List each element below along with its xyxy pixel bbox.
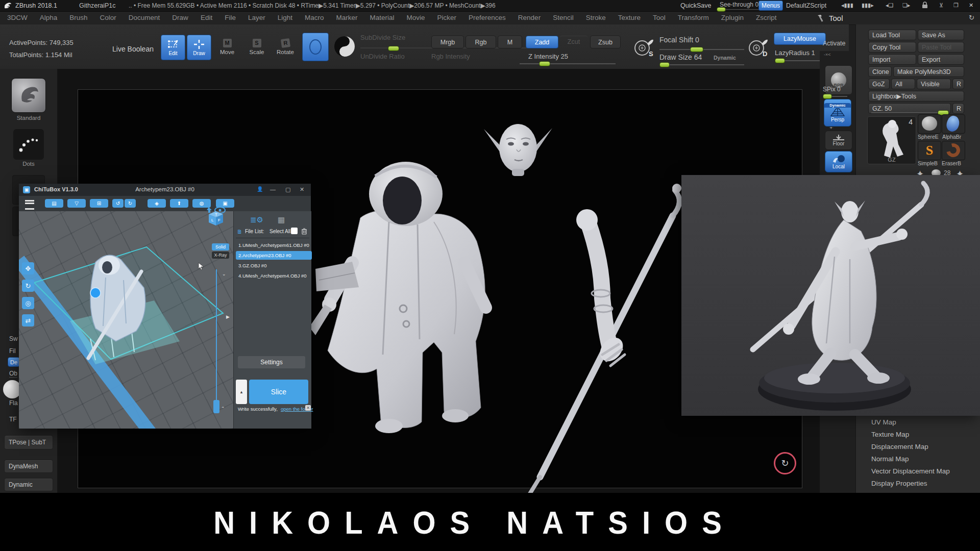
alphabrush-tool-thumbnail[interactable] [942,114,965,134]
see-through-handle[interactable] [717,7,726,12]
menu-alpha[interactable]: Alpha [40,14,58,21]
zsub-button[interactable]: Zsub [590,36,621,48]
close-window-icon[interactable]: ✕ [969,2,973,9]
move-button[interactable]: M Move [215,38,239,55]
tpose-subt-button[interactable]: TPose | SubT [4,435,53,449]
vector-displacement-map-item[interactable]: Vector Displacement Map [871,467,950,475]
solid-view-button[interactable]: Solid [212,243,229,251]
load-tool-button[interactable]: Load Tool [868,30,916,40]
settings-button[interactable]: Settings [238,356,305,368]
stroke-type-thumbnail[interactable] [13,129,44,160]
prev-window-icon[interactable]: ◂❏ [886,2,893,9]
make-polymesh3d-button[interactable]: Make PolyMesh3D [893,66,964,77]
goz-r-button[interactable]: R [952,79,964,89]
printer-tab[interactable]: ▦ [278,215,285,224]
slice-split-button[interactable]: ▴ [236,380,247,404]
tray-item-tf[interactable]: TF [9,416,17,423]
draw-size-slider[interactable]: Draw Size 64 [659,53,702,61]
menu-movie[interactable]: Movie [407,14,425,21]
lightbox-tools-button[interactable]: Lightbox▶Tools [868,91,964,102]
menu-document[interactable]: Document [129,14,160,21]
goz-button[interactable]: GoZ [868,79,890,89]
zadd-button[interactable]: Zadd [526,36,558,48]
tray-item-sw[interactable]: Sw [9,335,18,342]
z-intensity-handle[interactable] [539,61,550,66]
rgb-button[interactable]: Rgb [465,36,496,48]
floor-button[interactable]: Floor [825,131,852,150]
menu-macro[interactable]: Macro [305,14,324,21]
layer-slider-handle[interactable] [213,400,219,413]
local-button[interactable]: Local [825,151,852,172]
normal-map-item[interactable]: Normal Map [871,455,909,463]
menu-picker[interactable]: Picker [437,14,457,21]
menu-tool[interactable]: Tool [653,14,666,21]
menu-draw[interactable]: Draw [172,14,188,21]
display-properties-item[interactable]: Display Properties [871,480,927,487]
mrgb-button[interactable]: Mrgb [431,36,464,48]
chitubox-support-button[interactable]: ⬆ [170,199,188,208]
lazyradius-slider[interactable]: LazyRadius 1 [775,49,815,57]
focal-shift-slider[interactable]: Focal Shift 0 [659,36,699,44]
tray-item-fla[interactable]: Fla [9,399,18,407]
chitubox-zoom-view-button[interactable]: ◎ [22,297,34,309]
menu-marker[interactable]: Marker [336,14,357,21]
menu-file[interactable]: File [225,14,236,21]
export-button[interactable]: Export [918,54,964,65]
chitubox-minimize-icon[interactable]: — [270,186,276,192]
tray-item-de[interactable]: De [8,357,20,367]
menu-preferences[interactable]: Preferences [469,14,506,21]
quicksave-button[interactable]: QuickSave [680,2,711,9]
import-button[interactable]: Import [868,54,916,65]
eraser-tool-thumbnail[interactable] [942,141,965,160]
default-zscript-button[interactable]: DefaultZScript [786,2,826,9]
menu-color[interactable]: Color [100,14,116,21]
clone-button[interactable]: Clone [868,66,892,77]
file-item-4[interactable]: 4.UMesh_Archetypem4.OBJ #0 [236,271,312,280]
current-brush-button[interactable] [302,33,329,61]
tray-item-ob[interactable]: Ob [9,370,17,378]
xray-view-button[interactable]: X-Ray [212,252,229,259]
dynamic-subdiv-button[interactable]: Dynamic [4,478,53,491]
simplebrush-tool-thumbnail[interactable]: S [918,141,941,160]
delete-file-icon[interactable] [301,228,307,235]
chitubox-mirror-view-button[interactable]: ⇄ [22,314,34,327]
lazyradius-handle[interactable] [775,58,785,63]
expand-dividers-icon[interactable]: ▮▮▮▸ [862,2,874,9]
draw-size-handle[interactable] [659,62,670,67]
menu-zplugin[interactable]: Zplugin [721,14,744,21]
goz-visible-button[interactable]: Visible [917,79,951,89]
layer-slider-track[interactable] [216,269,217,413]
focal-shift-handle[interactable] [690,47,703,52]
current-material-button[interactable] [332,33,357,60]
chitubox-rotate-view-button[interactable]: ↻ [22,280,34,292]
m-button[interactable]: M [498,36,522,48]
slice-button[interactable]: Slice [249,380,308,404]
chitubox-viewport[interactable] [19,211,233,429]
menu-light[interactable]: Light [278,14,292,21]
edit-mode-button[interactable]: Edit [161,35,185,60]
goz-all-button[interactable]: All [891,79,915,89]
menu-brush[interactable]: Brush [69,14,87,21]
menus-toggle-button[interactable]: Menus [758,1,783,11]
chitubox-add-button[interactable]: ⊞ [90,199,108,208]
menu-stroke[interactable]: Stroke [586,14,606,21]
spix-slider[interactable]: SPix 0 [823,86,841,93]
activate-button[interactable]: Activate [823,40,848,47]
lazymouse-icon[interactable]: D [746,35,770,61]
shrink-dividers-icon[interactable]: ◂▮▮▮ [841,2,853,9]
chitubox-user-icon[interactable]: 👤 [257,186,263,192]
menu-material[interactable]: Material [370,14,395,21]
menu-transform[interactable]: Transform [678,14,709,21]
chitubox-window[interactable]: ▣ ChiTuBox V1.3.0 Archetypem23.OBJ #0 👤 … [19,184,311,429]
menu-stencil[interactable]: Stencil [553,14,574,21]
save-as-button[interactable]: Save As [918,30,964,40]
current-brush-thumbnail[interactable] [11,78,46,113]
menu-render[interactable]: Render [518,14,541,21]
sphere-tool-thumbnail[interactable] [918,114,941,134]
spix-handle[interactable] [823,94,832,99]
menu-3dcw[interactable]: 3DCW [7,14,28,21]
active-tool-thumbnail[interactable]: 4 GZ [867,116,916,164]
live-boolean-button[interactable]: Live Boolean [112,45,154,53]
dynamic-draw-size-toggle[interactable]: Dynamic [714,55,736,61]
menu-texture[interactable]: Texture [618,14,641,21]
